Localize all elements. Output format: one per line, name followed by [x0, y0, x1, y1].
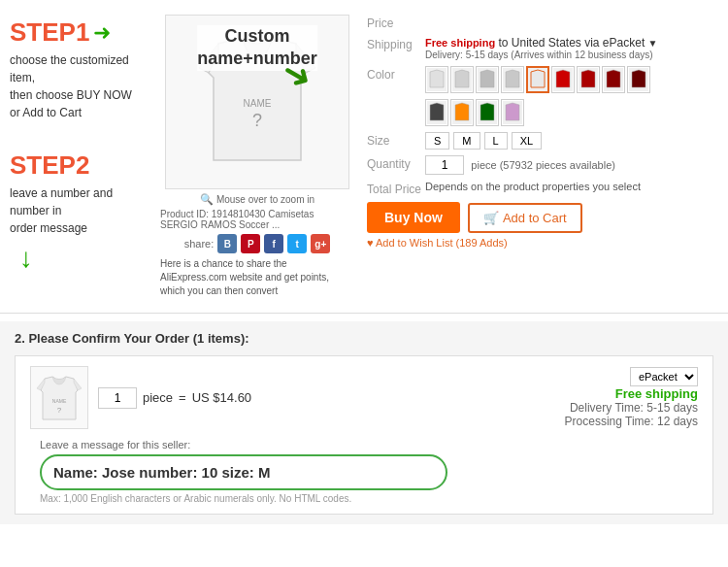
size-xl[interactable]: XL [512, 132, 542, 150]
processing-value: 12 days [657, 415, 698, 428]
social-vk-button[interactable]: B [217, 234, 237, 253]
order-item-price: US $14.60 [192, 390, 251, 405]
shipping-free-text: Free shipping [425, 37, 495, 49]
color-swatch-5[interactable] [526, 66, 549, 93]
color-swatch-13[interactable] [501, 99, 524, 126]
color-swatch-11[interactable] [450, 99, 474, 126]
quantity-value: piece (57932 pieces available) [425, 155, 720, 175]
add-cart-label: Add to Cart [503, 211, 567, 225]
step2-desc-line2: order message [10, 221, 87, 235]
order-item-box: NAME ? piece = US $14.60 ePacket [15, 355, 713, 515]
step1-arrow: ➜ [93, 20, 111, 46]
step1-desc-line1: choose the customized item, [10, 53, 129, 84]
social-facebook-button[interactable]: f [264, 234, 283, 253]
price-row: Price [367, 15, 720, 30]
social-pinterest-button[interactable]: P [241, 234, 260, 253]
color-swatch-10[interactable] [425, 99, 448, 126]
color-row: Color [367, 66, 720, 126]
qty-unit: piece (57932 pieces available) [471, 159, 615, 171]
epacket-dropdown[interactable]: ▼ [648, 38, 658, 49]
color-swatch-4[interactable] [501, 66, 524, 93]
shipping-to-text: to United States via ePacket [498, 36, 645, 50]
epacket-select[interactable]: ePacket [630, 367, 698, 386]
product-image-section: NAME ? Customname+number ➜ 🔍 Mouse over … [155, 10, 359, 303]
product-id: Product ID: 1914810430 Camisetas SERGIO … [160, 209, 354, 230]
order-item-row: NAME ? piece = US $14.60 ePacket [30, 366, 698, 429]
color-swatch-8[interactable] [602, 66, 625, 93]
color-swatch-6[interactable] [551, 66, 575, 93]
price-label: Price [367, 15, 425, 30]
order-qty-input[interactable] [98, 387, 137, 409]
color-label: Color [367, 66, 425, 82]
confirm-title: 2. Please Confirm Your Order (1 items): [15, 331, 713, 346]
total-price-row: Total Price Depends on the product prope… [367, 181, 720, 196]
svg-text:NAME: NAME [244, 98, 272, 109]
delivery-label: Delivery Time: [570, 401, 644, 415]
cart-icon: 🛒 [483, 211, 499, 225]
total-price-value: Depends on the product properties you se… [425, 181, 641, 192]
mini-jersey-svg: NAME ? [35, 371, 83, 424]
quantity-label: Quantity [367, 155, 425, 171]
step1-desc-line3: or Add to Cart [10, 106, 82, 119]
zoom-hint: 🔍 Mouse over to zoom in [200, 193, 314, 206]
order-free-shipping: Free shipping [565, 386, 698, 401]
shipping-label: Shipping [367, 36, 425, 51]
action-buttons: Buy Now 🛒 Add to Cart [367, 202, 720, 233]
message-hint: Max: 1,000 English characters or Arabic … [40, 493, 698, 504]
quantity-row: Quantity piece (57932 pieces available) [367, 155, 720, 175]
delivery-value: 5-15 days [646, 401, 698, 415]
bottom-section: 2. Please Confirm Your Order (1 items): … [0, 321, 728, 524]
shipping-value: Free shipping to United States via ePack… [425, 36, 720, 60]
shipping-delivery: Delivery: 5-15 days (Arrives within 12 b… [425, 50, 720, 60]
top-section: STEP1 ➜ choose the customized item, then… [0, 0, 728, 314]
svg-text:NAME: NAME [52, 398, 67, 404]
size-row: Size S M L XL [367, 132, 720, 150]
share-note-text: Here is a chance to share the AliExpress… [160, 258, 329, 296]
step2-desc: leave a number and number in order messa… [10, 184, 146, 237]
message-section: Leave a message for this seller: Max: 1,… [30, 439, 698, 504]
wishlist-row[interactable]: ♥ Add to Wish List (189 Adds) [367, 237, 720, 249]
buy-now-button[interactable]: Buy Now [367, 202, 460, 233]
step1-desc-line2: then choose BUY NOW [10, 88, 132, 102]
order-unit: piece [143, 390, 173, 405]
color-swatches [425, 66, 720, 126]
social-google-button[interactable]: g+ [311, 234, 330, 253]
step1-header: STEP1 ➜ [10, 17, 146, 48]
jersey-svg: NAME ? [194, 24, 320, 180]
size-buttons: S M L XL [425, 132, 542, 150]
color-swatch-12[interactable] [476, 99, 499, 126]
main-container: STEP1 ➜ choose the customized item, then… [0, 0, 728, 524]
size-s[interactable]: S [425, 132, 449, 150]
shipping-info-right: ePacket Free shipping Delivery Time: 5-1… [565, 367, 698, 428]
step2-desc-line1: leave a number and number in [10, 186, 113, 217]
share-row: share: B P f t g+ [184, 234, 331, 253]
step2-section: STEP2 leave a number and number in order… [10, 150, 146, 274]
color-swatch-2[interactable] [450, 66, 474, 93]
message-input[interactable] [40, 454, 447, 490]
quantity-input[interactable] [425, 155, 464, 175]
product-details: Price Shipping Free shipping to United S… [359, 10, 728, 303]
size-m[interactable]: M [453, 132, 480, 150]
color-swatch-9[interactable] [627, 66, 650, 93]
message-label: Leave a message for this seller: [40, 439, 698, 450]
social-twitter-button[interactable]: t [287, 234, 307, 253]
size-label: Size [367, 132, 425, 148]
svg-text:?: ? [57, 406, 62, 415]
size-l[interactable]: L [484, 132, 508, 150]
color-swatch-1[interactable] [425, 66, 448, 93]
order-multiply: = [179, 390, 186, 405]
add-to-cart-button[interactable]: 🛒 Add to Cart [468, 203, 582, 233]
step1-desc: choose the customized item, then choose … [10, 51, 146, 121]
zoom-icon: 🔍 [200, 193, 214, 206]
svg-text:?: ? [252, 111, 262, 130]
color-swatch-7[interactable] [577, 66, 600, 93]
zoom-hint-text: Mouse over to zoom in [216, 194, 314, 205]
share-note: Here is a chance to share the AliExpress… [160, 257, 354, 298]
step2-down-arrow: ↓ [19, 243, 146, 274]
shipping-row: Shipping Free shipping to United States … [367, 36, 720, 60]
color-swatch-3[interactable] [476, 66, 499, 93]
message-input-wrapper [40, 454, 698, 490]
wishlist-text: ♥ Add to Wish List (189 Adds) [367, 237, 508, 249]
step2-label: STEP2 [10, 150, 146, 181]
item-qty-price: piece = US $14.60 [98, 387, 555, 409]
